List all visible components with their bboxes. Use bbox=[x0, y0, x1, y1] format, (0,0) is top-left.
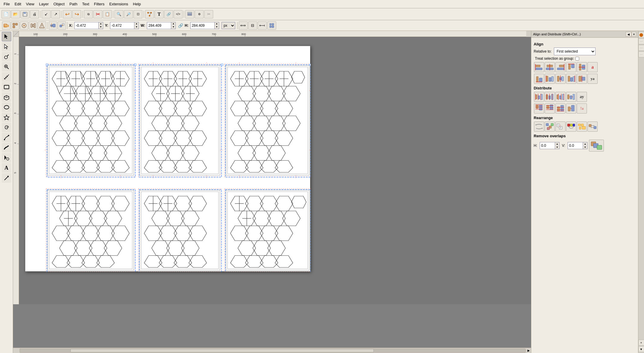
panel-close-btn[interactable]: ✕ bbox=[632, 32, 636, 37]
paint-bucket-tool[interactable] bbox=[2, 153, 11, 163]
new-button[interactable]: 📄 bbox=[1, 10, 10, 18]
align-extra-btn[interactable] bbox=[577, 74, 587, 84]
dist-center-h-btn[interactable] bbox=[545, 103, 555, 114]
canvas-content[interactable] bbox=[19, 37, 531, 304]
w-up[interactable]: ▲ bbox=[171, 22, 175, 26]
menu-edit[interactable]: Edit bbox=[12, 1, 23, 7]
calligraphy-tool[interactable] bbox=[2, 143, 11, 152]
side-btn-bottom[interactable]: ▼ bbox=[638, 346, 644, 352]
transform-center-btn[interactable]: ⊟ bbox=[248, 21, 257, 30]
align-center-page-btn[interactable] bbox=[555, 74, 566, 84]
menu-file[interactable]: File bbox=[1, 1, 12, 7]
x-input[interactable] bbox=[75, 22, 98, 29]
menu-help[interactable]: Help bbox=[131, 1, 143, 7]
align-left-anchor-btn[interactable] bbox=[545, 74, 555, 84]
rotate-order-btn[interactable] bbox=[566, 122, 576, 132]
text-tool-button2[interactable]: T bbox=[155, 10, 164, 18]
linked-button[interactable]: 🔗 bbox=[164, 10, 173, 18]
h-overlap-down[interactable]: ▼ bbox=[555, 146, 559, 149]
unit-select[interactable]: px mm cm in pt bbox=[222, 22, 235, 29]
zoom-in-button[interactable]: 🔍 bbox=[114, 10, 123, 18]
exchange-btn[interactable] bbox=[534, 122, 544, 132]
side-btn-3[interactable]: ⋯ bbox=[638, 45, 644, 51]
h-scrollbar[interactable] bbox=[20, 348, 526, 353]
align-left-edge-button[interactable] bbox=[2, 21, 10, 30]
print-button[interactable]: 🖨 bbox=[30, 10, 39, 18]
x-up[interactable]: ▲ bbox=[99, 22, 103, 26]
side-btn-2[interactable]: ⋯ bbox=[638, 38, 644, 44]
dist-right-btn[interactable] bbox=[555, 92, 566, 102]
commands-button[interactable]: ⚙ bbox=[195, 10, 204, 18]
v-overlap-input[interactable] bbox=[568, 142, 583, 149]
paste-button[interactable]: 📋 bbox=[103, 10, 112, 18]
ungroup-btn[interactable] bbox=[577, 122, 587, 132]
side-btn-4[interactable]: ⋯ bbox=[638, 51, 644, 57]
ellipse-tool[interactable] bbox=[2, 103, 11, 112]
h-input[interactable] bbox=[191, 22, 214, 29]
scissors-button[interactable]: ✂ bbox=[204, 10, 213, 18]
dist-text-v-btn[interactable]: ay bbox=[577, 92, 587, 102]
h-scroll-thumb[interactable] bbox=[70, 349, 374, 352]
zoom-out-button[interactable]: 🔎 bbox=[124, 10, 133, 18]
distribute-toolbar-btn[interactable] bbox=[29, 21, 37, 30]
measure-tool[interactable] bbox=[2, 72, 11, 82]
h-down[interactable]: ▼ bbox=[215, 26, 219, 29]
transform-left-btn[interactable]: ⟺ bbox=[239, 21, 248, 30]
save-button[interactable] bbox=[21, 10, 29, 18]
spiral-tool[interactable] bbox=[2, 123, 11, 132]
dist-top-btn[interactable] bbox=[534, 103, 544, 114]
transform-right-btn[interactable]: ⟻ bbox=[258, 21, 267, 30]
snap-toolbar-btn2[interactable] bbox=[20, 21, 28, 30]
zoom-tool[interactable] bbox=[2, 62, 11, 72]
side-btn-expand[interactable]: + bbox=[638, 340, 644, 346]
selector-tool[interactable] bbox=[2, 32, 11, 41]
cut-button[interactable]: ✂ bbox=[93, 10, 102, 18]
h-overlap-up[interactable]: ▲ bbox=[555, 142, 559, 146]
menu-view[interactable]: View bbox=[23, 1, 37, 7]
exchange-z-btn[interactable]: 12 bbox=[555, 122, 566, 132]
star-tool[interactable] bbox=[2, 113, 11, 122]
align-center-v-btn[interactable] bbox=[545, 62, 555, 72]
rect-tool[interactable] bbox=[2, 82, 11, 92]
open-button[interactable]: 📂 bbox=[11, 10, 20, 18]
tweak-tool[interactable] bbox=[2, 52, 11, 62]
v-overlap-down[interactable]: ▼ bbox=[583, 146, 587, 149]
align-left-btn[interactable] bbox=[534, 62, 544, 72]
dist-center-v-btn[interactable] bbox=[545, 92, 555, 102]
undo-button[interactable]: ↩ bbox=[63, 10, 72, 18]
align-right-anchor-btn[interactable] bbox=[566, 74, 576, 84]
align-center-h-btn[interactable] bbox=[577, 62, 587, 72]
text-tool[interactable]: A bbox=[2, 163, 11, 173]
node-tool[interactable] bbox=[2, 42, 11, 51]
dist-bottom-btn[interactable] bbox=[555, 103, 566, 114]
y-down[interactable]: ▼ bbox=[134, 26, 139, 29]
menu-filters[interactable]: Filters bbox=[92, 1, 107, 7]
scroll-right-btn[interactable]: ▶ bbox=[526, 348, 531, 353]
grid-btn[interactable] bbox=[267, 21, 276, 30]
menu-text[interactable]: Text bbox=[80, 1, 92, 7]
align-bottom-btn[interactable] bbox=[534, 74, 544, 84]
relative-to-select[interactable]: First selected Last selected Biggest obj… bbox=[554, 48, 596, 55]
menu-layer[interactable]: Layer bbox=[37, 1, 51, 7]
treat-as-group-checkbox[interactable] bbox=[575, 57, 579, 61]
v-overlap-up[interactable]: ▲ bbox=[583, 142, 587, 146]
dist-gaps-v-btn[interactable] bbox=[566, 92, 576, 102]
w-down[interactable]: ▼ bbox=[171, 26, 175, 29]
zoom-fit-button[interactable]: ⊡ bbox=[133, 10, 142, 18]
dist-left-btn[interactable] bbox=[534, 92, 544, 102]
align-text-baseline-btn[interactable]: a bbox=[588, 62, 598, 72]
snap-toolbar-btn[interactable] bbox=[11, 21, 19, 30]
y-input[interactable] bbox=[110, 22, 134, 29]
dist-gaps-h-btn[interactable] bbox=[566, 103, 576, 114]
layers-button[interactable] bbox=[185, 10, 194, 18]
xml-button[interactable]: </> bbox=[174, 10, 183, 18]
align-right-btn[interactable] bbox=[555, 62, 566, 72]
connector-tool[interactable] bbox=[2, 173, 11, 183]
transform-btn[interactable] bbox=[58, 21, 66, 30]
x-down[interactable]: ▼ bbox=[99, 26, 103, 29]
menu-path[interactable]: Path bbox=[67, 1, 80, 7]
menu-object[interactable]: Object bbox=[51, 1, 67, 7]
align-distribute-btn[interactable] bbox=[49, 21, 57, 30]
align-ya-btn[interactable]: ya bbox=[588, 74, 598, 84]
random-order-btn[interactable] bbox=[545, 122, 555, 132]
